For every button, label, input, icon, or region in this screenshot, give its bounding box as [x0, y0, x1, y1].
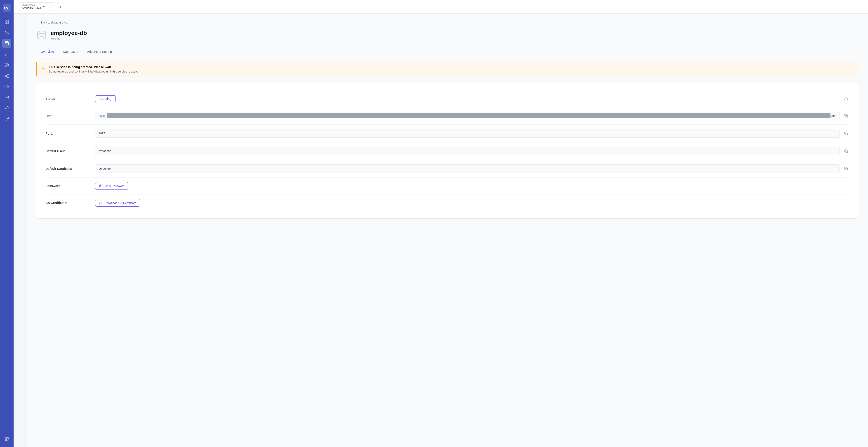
default-user-copy-button[interactable]	[842, 147, 850, 155]
port-value-wrapper: 19971	[95, 129, 850, 138]
status-label: Status	[45, 97, 95, 101]
password-value-wrapper: View Password	[95, 182, 850, 190]
default-user-value: avnadmin	[98, 149, 111, 153]
download-ca-certificate-label: Download CA Certificate	[104, 201, 136, 205]
warning-icon: ⚠	[41, 66, 46, 71]
info-card: Status Creating Host: mysql .com	[36, 83, 859, 219]
sidebar-item-deploy[interactable]	[2, 82, 11, 91]
back-arrow-icon: ←	[36, 21, 39, 24]
host-prefix: mysql	[98, 114, 106, 117]
port-value: 19971	[98, 132, 107, 135]
tab-overview[interactable]: Overview	[36, 48, 58, 56]
host-label: Host:	[45, 114, 95, 118]
tab-databases[interactable]: Databases	[58, 48, 83, 56]
refresh-button[interactable]	[842, 95, 850, 102]
svg-point-15	[5, 75, 6, 76]
org-label: Organization	[22, 4, 41, 6]
svg-line-17	[6, 76, 7, 77]
org-name: Amila De Silva	[22, 6, 41, 10]
main-content: ← Back to database list employee-db MySQ…	[27, 13, 868, 447]
svg-point-6	[5, 31, 7, 33]
svg-line-18	[6, 75, 7, 75]
port-label: Port:	[45, 132, 95, 135]
default-database-value: defaultdb	[98, 167, 111, 170]
db-type: MySQL	[51, 37, 87, 40]
breadcrumb-nav-arrow[interactable]: ›	[57, 3, 64, 10]
download-ca-certificate-button[interactable]: Download CA Certificate	[95, 199, 140, 207]
svg-rect-25	[846, 168, 848, 170]
app-logo[interactable]: to	[3, 4, 11, 12]
default-database-label: Default Database:	[45, 167, 95, 171]
warning-title: This service is being created. Please wa…	[49, 65, 139, 69]
svg-point-11	[5, 63, 9, 67]
svg-point-26	[100, 185, 101, 186]
host-value-wrapper: mysql .com	[95, 111, 850, 120]
svg-point-12	[6, 64, 8, 66]
sidebar-item-settings[interactable]	[2, 434, 11, 443]
default-user-value-box: avnadmin	[95, 147, 840, 155]
host-field-row: Host: mysql .com	[45, 107, 850, 125]
status-value-wrapper: Creating	[95, 95, 842, 102]
default-database-value-wrapper: defaultdb	[95, 165, 850, 173]
ca-certificate-value-wrapper: Download CA Certificate	[95, 199, 850, 207]
svg-point-14	[7, 74, 8, 75]
warning-banner: ⚠ This service is being created. Please …	[36, 62, 859, 77]
default-user-label: Default User:	[45, 149, 95, 153]
sidebar-item-api[interactable]	[2, 104, 11, 113]
host-copy-button[interactable]	[842, 112, 850, 119]
sidebar-item-analytics[interactable]	[2, 50, 11, 59]
svg-rect-23	[846, 133, 848, 135]
svg-rect-3	[7, 20, 8, 22]
warning-description: Some features and settings will be disab…	[49, 70, 139, 73]
org-selector[interactable]: Organization Amila De Silva ▾	[19, 2, 55, 11]
sidebar-item-database[interactable]	[2, 39, 11, 48]
view-password-label: View Password	[104, 184, 125, 188]
default-user-value-wrapper: avnadmin	[95, 147, 850, 155]
tab-advanced-settings[interactable]: Advanced Settings	[83, 48, 118, 56]
svg-rect-22	[846, 115, 848, 117]
default-database-field-row: Default Database: defaultdb	[45, 160, 850, 177]
sidebar-item-keys[interactable]	[2, 115, 11, 124]
svg-point-7	[5, 41, 8, 43]
svg-rect-24	[846, 151, 848, 153]
svg-point-21	[37, 31, 46, 34]
view-password-button[interactable]: View Password	[95, 182, 128, 190]
svg-point-13	[6, 65, 7, 65]
svg-point-20	[6, 439, 7, 440]
ca-certificate-label: CA Certificate:	[45, 201, 95, 205]
svg-point-16	[7, 76, 8, 78]
db-header: employee-db MySQL	[36, 30, 859, 40]
svg-rect-4	[7, 22, 8, 24]
sidebar-item-team[interactable]	[2, 28, 11, 37]
svg-text:to: to	[4, 6, 8, 10]
back-label: Back to database list	[40, 21, 68, 24]
status-badge: Creating	[95, 95, 116, 102]
sidebar-item-targets[interactable]	[2, 61, 11, 70]
back-to-list-link[interactable]: ← Back to database list	[36, 21, 859, 24]
default-database-copy-button[interactable]	[842, 165, 850, 172]
db-name: employee-db	[51, 30, 87, 37]
host-suffix: .com	[830, 114, 836, 117]
sidebar-item-integrations[interactable]	[2, 71, 11, 80]
db-type-icon	[36, 30, 47, 40]
port-field-row: Port: 19971	[45, 125, 850, 142]
default-database-value-box: defaultdb	[95, 165, 840, 173]
svg-rect-2	[5, 20, 6, 22]
status-field-row: Status Creating	[45, 91, 850, 107]
password-field-row: Password: View Password	[45, 177, 850, 195]
chevron-down-icon: ▾	[43, 4, 45, 9]
host-value-box: mysql .com	[95, 111, 840, 120]
svg-rect-5	[5, 22, 6, 24]
ca-certificate-field-row: CA Certificate: Download CA Certificate	[45, 195, 850, 211]
port-copy-button[interactable]	[842, 130, 850, 137]
tab-bar: Overview Databases Advanced Settings	[36, 48, 859, 56]
host-redacted	[107, 113, 831, 118]
port-value-box: 19971	[95, 129, 840, 138]
sidebar-item-dashboard[interactable]	[2, 17, 11, 26]
sidebar: to	[0, 0, 13, 447]
top-bar: Organization Amila De Silva ▾ ›	[13, 0, 868, 13]
sidebar-item-mail[interactable]	[2, 93, 11, 102]
default-user-field-row: Default User: avnadmin	[45, 142, 850, 160]
password-label: Password:	[45, 184, 95, 188]
